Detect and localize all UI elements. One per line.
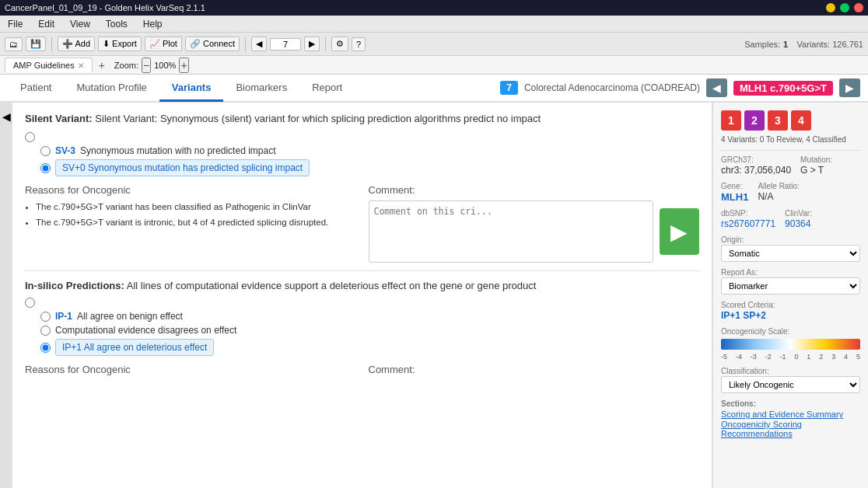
ip-minus1-radio[interactable] xyxy=(40,312,51,322)
collapse-button[interactable]: ◀ xyxy=(0,103,12,488)
tab-add-button[interactable]: + xyxy=(94,58,110,73)
report-select[interactable]: Biomarker None xyxy=(721,277,860,295)
option-sv-3[interactable]: SV-3 Synonymous mutation with no predict… xyxy=(40,145,699,156)
variant-box-1[interactable]: 1 xyxy=(721,110,741,131)
right-panel: 1 2 3 4 4 Variants: 0 To Review, 4 Class… xyxy=(712,103,868,488)
svp0-radio[interactable] xyxy=(40,163,51,173)
menu-edit[interactable]: Edit xyxy=(35,18,58,30)
sv3-radio[interactable] xyxy=(40,146,51,156)
nav-prev[interactable]: ◀ xyxy=(251,37,267,51)
tab-biomarkers[interactable]: Biomarkers xyxy=(223,75,299,102)
classification-select[interactable]: Likely Oncogenic Oncogenic Benign Likely… xyxy=(721,376,860,393)
open-button[interactable]: 🗂 xyxy=(5,37,23,51)
ipp1-selected-label: IP+1 All agree on deleterious effect xyxy=(55,339,214,356)
save-button[interactable]: 💾 xyxy=(26,37,46,51)
menu-view[interactable]: View xyxy=(67,18,93,30)
gene-field: Gene: MLH1 xyxy=(721,182,748,203)
plot-button[interactable]: 📈 Plot xyxy=(145,37,182,51)
tab-patient[interactable]: Patient xyxy=(8,75,64,102)
scored-value: IP+1 SP+2 xyxy=(721,310,860,321)
ipp1-radio[interactable] xyxy=(40,343,51,353)
variant-box-4[interactable]: 4 xyxy=(791,110,811,131)
silent-variant-header: Silent Variant: Silent Variant: Synonymo… xyxy=(25,112,699,126)
play-button[interactable]: ▶ xyxy=(660,208,699,255)
scored-criteria-field: Scored Criteria: IP+1 SP+2 xyxy=(721,301,860,321)
scored-label: Scored Criteria: xyxy=(721,301,860,309)
reason-1: The c.790+5G>T variant has been classifi… xyxy=(36,200,356,213)
dbsnp-value[interactable]: rs267607771 xyxy=(721,218,775,229)
report-field: Report As: Biomarker None xyxy=(721,268,860,295)
svp0-selected-label: SV+0 Synonymous mutation has predicted s… xyxy=(55,159,310,176)
zoom-out-button[interactable]: − xyxy=(142,58,151,73)
onco-label: Oncogenicity Scale: xyxy=(721,327,860,336)
insilico-header: In-silico Predictions: All lines of comp… xyxy=(25,279,699,293)
gear-button[interactable]: ⚙ xyxy=(331,37,348,51)
title-bar: CancerPanel_01_09_19 - Golden Helix VarS… xyxy=(0,0,868,16)
close-button[interactable] xyxy=(854,3,863,12)
menu-tools[interactable]: Tools xyxy=(103,18,131,30)
reasons-label: Reasons for Oncogenic xyxy=(25,184,356,196)
sv3-text: Synonymous mutation with no predicted im… xyxy=(80,145,275,156)
ip-outer-radio[interactable] xyxy=(25,298,35,308)
menu-file[interactable]: File xyxy=(5,18,26,30)
allele-label: Allele Ratio: xyxy=(758,182,799,190)
reasons-box: Reasons for Oncogenic The c.790+5G>T var… xyxy=(25,184,356,263)
samples-label: Samples: xyxy=(744,40,780,49)
prev-variant-button[interactable]: ◀ xyxy=(706,78,727,97)
ip0-radio[interactable] xyxy=(40,326,51,336)
help-button[interactable]: ? xyxy=(352,37,366,51)
ip-outer-radio-group xyxy=(25,298,699,308)
classification-field: Classification: Likely Oncogenic Oncogen… xyxy=(721,367,860,393)
variant-box-2[interactable]: 2 xyxy=(744,110,765,131)
mutation-value: G > T xyxy=(800,165,832,176)
variant-number: 7 xyxy=(500,81,518,95)
tab-close-icon[interactable]: ✕ xyxy=(78,61,84,70)
window-controls xyxy=(826,3,863,12)
reasons-list: The c.790+5G>T variant has been classifi… xyxy=(25,200,356,228)
allele-field: Allele Ratio: N/A xyxy=(758,182,799,203)
clinvar-value[interactable]: 90364 xyxy=(785,218,812,229)
tab-report[interactable]: Report xyxy=(299,75,355,102)
section-link-2[interactable]: Oncogenicity Scoring Recommendations xyxy=(721,420,860,438)
menu-bar: File Edit View Tools Help xyxy=(0,16,868,33)
reason-2: The c.790+5G>T variant is intronic, but … xyxy=(36,216,356,228)
sep1 xyxy=(51,37,52,51)
onco-bar xyxy=(721,339,860,350)
oncogenicity-scale: Oncogenicity Scale: -5 -4 -3 -2 -1 0 1 2… xyxy=(721,327,860,361)
variants-label: Variants: 126,761 xyxy=(797,40,863,49)
tab-variants[interactable]: Variants xyxy=(159,75,224,102)
rp-sep1 xyxy=(721,150,860,151)
nav-next[interactable]: ▶ xyxy=(304,37,320,51)
variant-boxes: 1 2 3 4 xyxy=(721,110,860,131)
sep3 xyxy=(325,37,326,51)
tab-amp-guidelines[interactable]: AMP Guidelines ✕ xyxy=(5,58,93,72)
minimize-button[interactable] xyxy=(826,3,835,12)
zoom-in-button[interactable]: + xyxy=(179,58,188,73)
option-ip-plus1[interactable]: IP+1 All agree on deleterious effect xyxy=(40,339,699,356)
report-label: Report As: xyxy=(721,268,860,277)
ip-minus1-label: IP-1 xyxy=(55,311,72,322)
connect-button[interactable]: 🔗 Connect xyxy=(185,37,240,51)
comment-box-2: Comment: xyxy=(369,364,700,380)
sv3-label: SV-3 xyxy=(55,145,75,156)
variants-count: 4 Variants: 0 To Review, 4 Classified xyxy=(721,135,860,144)
nav-tabs: Patient Mutation Profile Variants Biomar… xyxy=(0,75,868,103)
section-link-1[interactable]: Scoring and Evidence Summary xyxy=(721,410,860,419)
tab-bar: AMP Guidelines ✕ + Zoom: − 100% + xyxy=(0,56,868,75)
option-ip-minus1[interactable]: IP-1 All agree on benign effect xyxy=(40,311,699,322)
tab-mutation-profile[interactable]: Mutation Profile xyxy=(64,75,159,102)
nav-number[interactable] xyxy=(270,38,301,51)
menu-help[interactable]: Help xyxy=(140,18,166,30)
grch37-field: GRCh37: chr3: 37,056,040 xyxy=(721,155,791,176)
maximize-button[interactable] xyxy=(840,3,849,12)
next-variant-button[interactable]: ▶ xyxy=(839,78,860,97)
toolbar: 🗂 💾 ➕ Add ⬇ Export 📈 Plot 🔗 Connect ◀ ▶ … xyxy=(0,33,868,56)
sv-outer-radio[interactable] xyxy=(25,132,35,142)
comment-input[interactable] xyxy=(369,200,653,263)
variant-box-3[interactable]: 3 xyxy=(768,110,788,131)
origin-select[interactable]: Somatic Germline Unknown xyxy=(721,245,860,262)
option-sv-plus0[interactable]: SV+0 Synonymous mutation has predicted s… xyxy=(40,159,699,176)
add-button[interactable]: ➕ Add xyxy=(58,37,95,51)
export-button[interactable]: ⬇ Export xyxy=(98,37,142,51)
option-ip-0[interactable]: Computational evidence disagrees on effe… xyxy=(40,325,699,336)
